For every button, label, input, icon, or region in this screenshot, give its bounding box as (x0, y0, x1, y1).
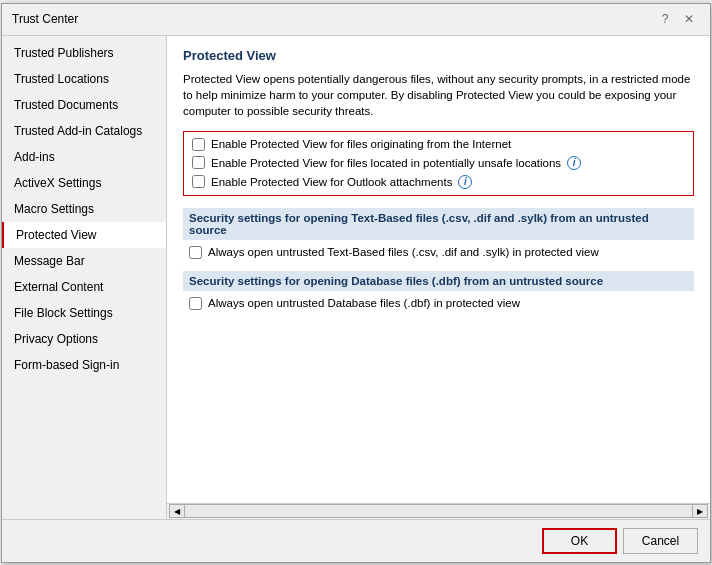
title-bar: Trust Center ? ✕ (2, 4, 710, 36)
sidebar-item-macro-settings[interactable]: Macro Settings (2, 196, 166, 222)
checkbox-internet[interactable] (192, 138, 205, 151)
section-title: Protected View (183, 48, 694, 63)
sidebar-item-add-ins[interactable]: Add-ins (2, 144, 166, 170)
dialog-title: Trust Center (12, 12, 78, 26)
scroll-left-button[interactable]: ◀ (169, 504, 185, 518)
security-section-database: Security settings for opening Database f… (183, 271, 694, 310)
description-text: Protected View opens potentially dangero… (183, 71, 694, 119)
checkbox-text-based-label[interactable]: Always open untrusted Text-Based files (… (208, 246, 599, 258)
info-icon-outlook[interactable]: i (458, 175, 472, 189)
security-title-database: Security settings for opening Database f… (183, 271, 694, 291)
sidebar-item-trusted-locations[interactable]: Trusted Locations (2, 66, 166, 92)
close-button[interactable]: ✕ (678, 8, 700, 30)
dialog-footer: OK Cancel (2, 519, 710, 562)
security-checkbox-row-text: Always open untrusted Text-Based files (… (183, 246, 694, 259)
checkbox-row-internet: Enable Protected View for files originat… (192, 138, 685, 151)
sidebar-item-form-based-sign-in[interactable]: Form-based Sign-in (2, 352, 166, 378)
security-checkbox-row-database: Always open untrusted Database files (.d… (183, 297, 694, 310)
sidebar-item-protected-view[interactable]: Protected View (2, 222, 166, 248)
sidebar-item-privacy-options[interactable]: Privacy Options (2, 326, 166, 352)
checkbox-outlook[interactable] (192, 175, 205, 188)
scroll-right-button[interactable]: ▶ (692, 504, 708, 518)
checkbox-database[interactable] (189, 297, 202, 310)
protected-view-checkbox-group: Enable Protected View for files originat… (183, 131, 694, 196)
sidebar-item-trusted-publishers[interactable]: Trusted Publishers (2, 40, 166, 66)
sidebar-item-trusted-add-in-catalogs[interactable]: Trusted Add-in Catalogs (2, 118, 166, 144)
checkbox-row-outlook: Enable Protected View for Outlook attach… (192, 175, 685, 189)
ok-button[interactable]: OK (542, 528, 617, 554)
sidebar-item-file-block-settings[interactable]: File Block Settings (2, 300, 166, 326)
checkbox-unsafe-label[interactable]: Enable Protected View for files located … (211, 157, 561, 169)
help-button[interactable]: ? (654, 8, 676, 30)
checkbox-text-based[interactable] (189, 246, 202, 259)
security-title-text-based: Security settings for opening Text-Based… (183, 208, 694, 240)
title-bar-left: Trust Center (12, 12, 78, 26)
scroll-track[interactable] (185, 504, 692, 518)
checkbox-database-label[interactable]: Always open untrusted Database files (.d… (208, 297, 520, 309)
sidebar-item-message-bar[interactable]: Message Bar (2, 248, 166, 274)
checkbox-internet-label[interactable]: Enable Protected View for files originat… (211, 138, 511, 150)
cancel-button[interactable]: Cancel (623, 528, 698, 554)
trust-center-dialog: Trust Center ? ✕ Trusted PublishersTrust… (1, 3, 711, 563)
security-section-text-based: Security settings for opening Text-Based… (183, 208, 694, 259)
sidebar-item-external-content[interactable]: External Content (2, 274, 166, 300)
horizontal-scrollbar[interactable]: ◀ ▶ (167, 503, 710, 519)
main-content: Protected View Protected View opens pote… (167, 36, 710, 519)
checkbox-row-unsafe: Enable Protected View for files located … (192, 156, 685, 170)
dialog-body: Trusted PublishersTrusted LocationsTrust… (2, 36, 710, 519)
sidebar-item-activex-settings[interactable]: ActiveX Settings (2, 170, 166, 196)
sidebar: Trusted PublishersTrusted LocationsTrust… (2, 36, 167, 519)
title-buttons: ? ✕ (654, 8, 700, 30)
checkbox-outlook-label[interactable]: Enable Protected View for Outlook attach… (211, 176, 452, 188)
sidebar-item-trusted-documents[interactable]: Trusted Documents (2, 92, 166, 118)
content-area: Protected View Protected View opens pote… (167, 36, 710, 503)
checkbox-unsafe-locations[interactable] (192, 156, 205, 169)
info-icon-unsafe[interactable]: i (567, 156, 581, 170)
